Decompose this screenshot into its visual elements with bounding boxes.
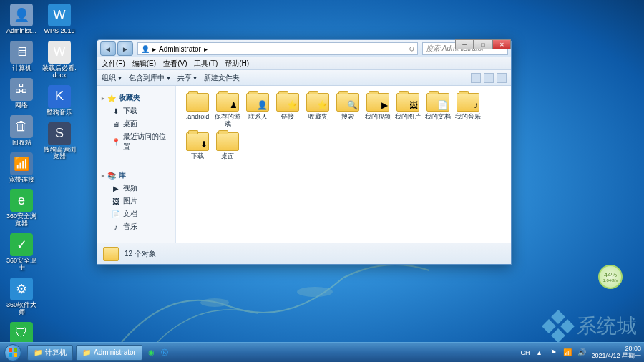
help-button[interactable] xyxy=(497,73,507,83)
close-button[interactable]: ✕ xyxy=(492,39,511,49)
explorer-window: ─ □ ✕ ◄ ► 👤 ▸ Administrator ▸ ↻ 搜索 Admin… xyxy=(97,39,512,265)
folder-item[interactable]: 桌面 xyxy=(213,132,242,160)
minimize-button[interactable]: ─ xyxy=(455,39,474,49)
desktop-icon[interactable]: S搜狗高速浏览器 xyxy=(42,122,77,161)
address-path: Administrator xyxy=(159,45,201,53)
address-arrow: ▸ xyxy=(204,45,208,53)
desktop-icon[interactable]: ✓360安全卫士 xyxy=(4,233,39,272)
desktop-icon[interactable]: K酷狗音乐 xyxy=(42,85,77,117)
badge-sub: 1.04G/s xyxy=(602,278,618,283)
svg-rect-5 xyxy=(14,353,17,357)
view-options-button[interactable] xyxy=(471,73,481,83)
badge-pct: 44% xyxy=(604,271,617,278)
menu-item[interactable]: 工具(T) xyxy=(194,59,218,69)
folder-item[interactable]: ▶我的视频 xyxy=(364,93,392,128)
svg-rect-4 xyxy=(9,353,12,357)
tray-lang-indicator[interactable]: CH xyxy=(520,349,530,356)
sidebar-group-header[interactable]: ▸⭐收藏夹 xyxy=(97,92,175,104)
tray-chevron-icon[interactable]: ▴ xyxy=(534,348,544,358)
menu-item[interactable]: 帮助(H) xyxy=(225,59,249,69)
nav-back-button[interactable]: ◄ xyxy=(100,41,116,56)
sidebar-item[interactable]: 📍最近访问的位置 xyxy=(97,130,175,153)
organize-button[interactable]: 组织 ▾ xyxy=(102,73,122,83)
status-bar: 12 个对象 xyxy=(97,243,511,264)
titlebar[interactable]: ◄ ► 👤 ▸ Administrator ▸ ↻ 搜索 Administrat… xyxy=(97,40,511,57)
new-folder-button[interactable]: 新建文件夹 xyxy=(204,73,240,83)
sidebar-item[interactable]: 🖥桌面 xyxy=(97,117,175,130)
refresh-icon[interactable]: ↻ xyxy=(409,45,414,53)
desktop-icon[interactable]: 👤Administ... xyxy=(4,4,39,35)
desktop-icon[interactable]: e360安全浏览器 xyxy=(4,189,39,228)
status-object-count: 12 个对象 xyxy=(125,249,156,259)
folder-item[interactable]: 👤联系人 xyxy=(243,93,272,128)
menu-item[interactable]: 查看(V) xyxy=(163,59,187,69)
tray-date: 2021/4/12 星期一 xyxy=(591,353,641,360)
folder-item[interactable]: 📄我的文档 xyxy=(424,93,452,128)
folder-item[interactable]: .android xyxy=(183,93,212,128)
user-folder-icon: 👤 xyxy=(141,45,150,53)
folder-item[interactable]: 🖼我的图片 xyxy=(394,93,422,128)
status-folder-icon xyxy=(103,247,119,261)
menu-bar: 文件(F)编辑(E)查看(V)工具(T)帮助(H) xyxy=(97,57,511,70)
pinned-app-icon[interactable]: Ⓚ xyxy=(160,348,170,358)
folder-item[interactable]: ♪我的音乐 xyxy=(454,93,482,128)
folder-content[interactable]: .android♟保存的游戏👤联系人⭐链接⭐收藏夹🔍搜索▶我的视频🖼我的图片📄我… xyxy=(176,86,511,243)
system-tray: CH ▴ ⚑ 📶 🔊 20:03 2021/4/12 星期一 xyxy=(520,346,644,360)
desktop-icon[interactable]: WWPS 2019 xyxy=(42,4,77,35)
watermark: 系统城 XITONGCHENG.COM xyxy=(544,312,637,341)
taskbar-item[interactable]: 📁Administrator xyxy=(76,345,142,361)
sidebar-item[interactable]: 🖼图片 xyxy=(97,195,175,207)
sidebar-item[interactable]: ⬇下载 xyxy=(97,104,175,117)
taskbar: 📁计算机📁Administrator ◉ Ⓚ CH ▴ ⚑ 📶 🔊 20:03 … xyxy=(0,342,644,362)
start-button[interactable] xyxy=(0,343,26,363)
tray-volume-icon[interactable]: 🔊 xyxy=(577,348,587,358)
folder-item[interactable]: 🔍搜索 xyxy=(333,93,362,128)
navigation-pane: ▸⭐收藏夹⬇下载🖥桌面📍最近访问的位置▸📚库▶视频🖼图片📄文档♪音乐▸🖥计算机▸… xyxy=(97,86,176,243)
folder-item[interactable]: ♟保存的游戏 xyxy=(213,93,242,128)
desktop-icon[interactable]: 🗑回收站 xyxy=(4,115,39,147)
desktop-icon[interactable]: 🖧网络 xyxy=(4,78,39,109)
sidebar-item[interactable]: ♪音乐 xyxy=(97,220,175,233)
share-button[interactable]: 共享 ▾ xyxy=(177,73,197,83)
preview-pane-button[interactable] xyxy=(484,73,494,83)
tray-clock[interactable]: 20:03 2021/4/12 星期一 xyxy=(591,346,641,360)
watermark-text: 系统城 xyxy=(577,313,637,340)
sidebar-group-header[interactable]: ▸📚库 xyxy=(97,169,175,182)
taskbar-item[interactable]: 📁计算机 xyxy=(27,345,73,361)
folder-item[interactable]: ⬇下载 xyxy=(183,132,212,160)
folder-item[interactable]: ⭐收藏夹 xyxy=(303,93,332,128)
sidebar-item[interactable]: ▶视频 xyxy=(97,182,175,195)
menu-item[interactable]: 文件(F) xyxy=(102,59,125,69)
desktop-icon[interactable]: ⚙360软件大师 xyxy=(4,278,39,316)
svg-rect-3 xyxy=(14,348,17,352)
maximize-button[interactable]: □ xyxy=(474,39,492,49)
desktop-icon[interactable]: 🖥计算机 xyxy=(4,41,39,72)
tray-shield-icon[interactable]: ⚑ xyxy=(548,348,558,358)
desktop-icon[interactable]: W装载后必看.docx xyxy=(42,41,77,79)
tray-network-icon[interactable]: 📶 xyxy=(562,348,572,358)
address-arrow: ▸ xyxy=(152,45,156,53)
desktop-icon[interactable]: 📶宽带连接 xyxy=(4,152,39,184)
speed-badge[interactable]: 44% 1.04G/s xyxy=(598,265,623,289)
include-in-library-button[interactable]: 包含到库中 ▾ xyxy=(129,73,170,83)
pinned-app-icon[interactable]: ◉ xyxy=(147,348,157,358)
folder-item[interactable]: ⭐链接 xyxy=(273,93,302,128)
toolbar: 组织 ▾ 包含到库中 ▾ 共享 ▾ 新建文件夹 xyxy=(97,70,511,86)
menu-item[interactable]: 编辑(E) xyxy=(132,59,156,69)
svg-rect-2 xyxy=(9,348,12,352)
address-bar[interactable]: 👤 ▸ Administrator ▸ ↻ xyxy=(137,42,418,55)
sidebar-item[interactable]: 📄文档 xyxy=(97,207,175,220)
nav-forward-button[interactable]: ► xyxy=(117,41,133,56)
